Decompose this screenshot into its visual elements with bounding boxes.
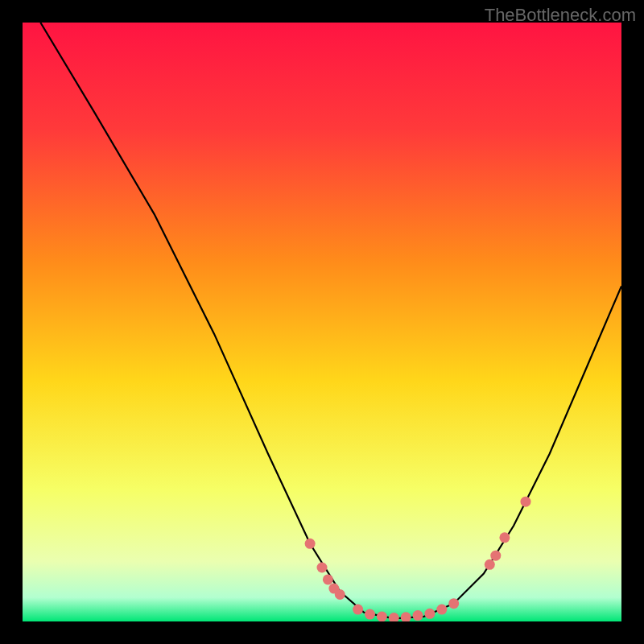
data-point	[305, 539, 316, 549]
data-point	[424, 609, 435, 619]
data-point	[413, 610, 423, 621]
data-point	[323, 574, 333, 584]
data-point	[335, 589, 345, 600]
chart-container: TheBottleneck.com	[0, 0, 644, 644]
data-point	[448, 598, 459, 609]
data-point	[436, 605, 447, 615]
data-point	[353, 605, 363, 615]
data-point	[499, 532, 510, 543]
data-point	[317, 563, 328, 573]
data-point	[490, 551, 501, 561]
data-point	[521, 497, 531, 507]
plot-area	[23, 23, 621, 621]
gradient-background	[23, 23, 621, 621]
watermark-text: TheBottleneck.com	[485, 5, 636, 26]
data-point	[365, 609, 375, 620]
data-point	[485, 559, 495, 570]
chart-svg	[23, 23, 621, 621]
data-point	[377, 612, 387, 622]
